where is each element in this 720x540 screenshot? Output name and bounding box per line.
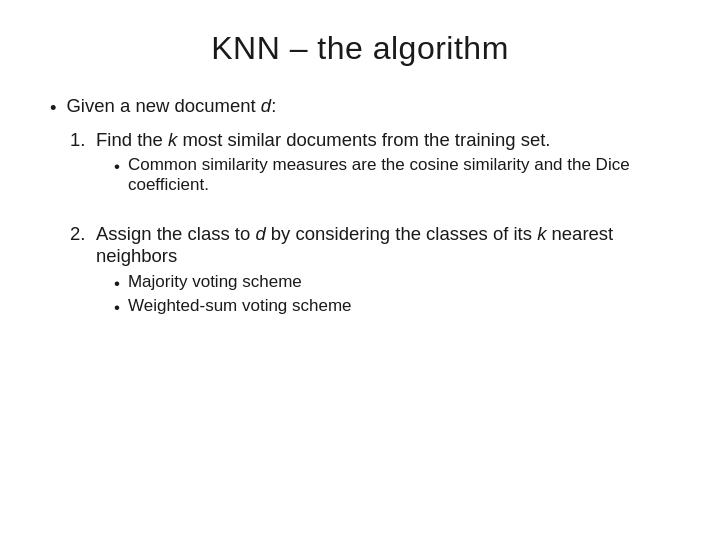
item-1-sub-bullets: • Common similarity measures are the cos…	[114, 155, 670, 195]
sub-bullet-1-1-text: Common similarity measures are the cosin…	[128, 155, 670, 195]
numbered-list: 1. Find the k most similar documents fro…	[70, 129, 670, 328]
item-1-content: Find the k most similar documents from t…	[96, 129, 670, 199]
item-1-num: 1.	[70, 129, 88, 151]
sub-bullet-1-1: • Common similarity measures are the cos…	[114, 155, 670, 195]
numbered-item-1: 1. Find the k most similar documents fro…	[70, 129, 670, 199]
item-2-text: Assign the class to d by considering the…	[96, 223, 613, 266]
sub-bullet-2-1: • Majority voting scheme	[114, 272, 670, 294]
sub-dot: •	[114, 157, 120, 177]
sub-bullet-2-2: • Weighted-sum voting scheme	[114, 296, 670, 318]
item-1-text: Find the k most similar documents from t…	[96, 129, 550, 150]
top-bullet-text: Given a new document d:	[66, 95, 276, 117]
slide-title: KNN – the algorithm	[50, 30, 670, 67]
sub-bullet-2-2-text: Weighted-sum voting scheme	[128, 296, 670, 316]
numbered-item-2: 2. Assign the class to d by considering …	[70, 223, 670, 322]
sub-bullet-2-1-text: Majority voting scheme	[128, 272, 670, 292]
item-2-content: Assign the class to d by considering the…	[96, 223, 670, 322]
item-2-sub-bullets: • Majority voting scheme • Weighted-sum …	[114, 272, 670, 318]
bullet-dot: •	[50, 97, 56, 119]
top-bullet: • Given a new document d:	[50, 95, 670, 119]
spacer	[70, 205, 670, 223]
slide-content: • Given a new document d: 1. Find the k …	[50, 95, 670, 328]
item-2-num: 2.	[70, 223, 88, 245]
sub-dot-2-2: •	[114, 298, 120, 318]
slide: KNN – the algorithm • Given a new docume…	[0, 0, 720, 540]
sub-dot-2-1: •	[114, 274, 120, 294]
